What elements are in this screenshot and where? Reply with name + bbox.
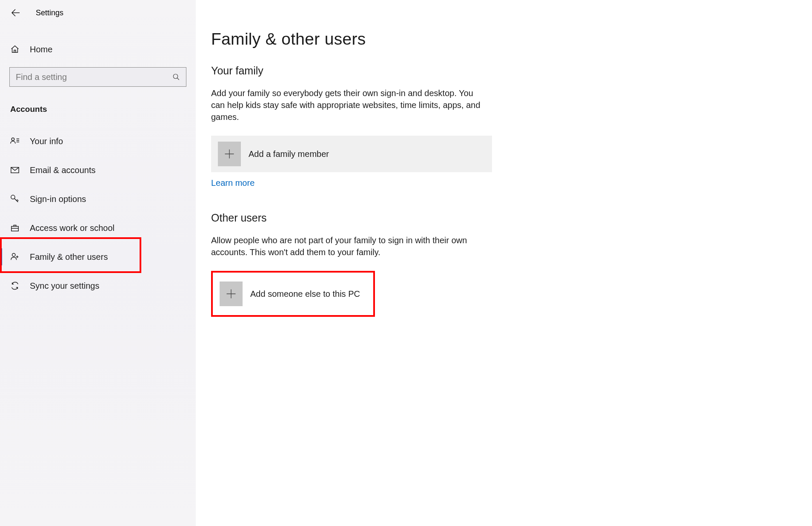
home-icon <box>10 45 20 54</box>
family-description: Add your family so everybody gets their … <box>211 87 483 123</box>
family-heading: Your family <box>211 65 494 77</box>
sidebar-item-label: Sync your settings <box>30 281 99 291</box>
other-users-heading: Other users <box>211 212 494 224</box>
add-someone-else-button[interactable]: Add someone else to this PC <box>211 271 375 317</box>
sidebar-item-label: Email & accounts <box>30 165 96 175</box>
plus-icon <box>218 142 241 166</box>
sidebar-item-your-info[interactable]: Your info <box>0 127 196 156</box>
page-title: Family & other users <box>211 30 494 48</box>
header-row: Settings <box>0 0 196 26</box>
sidebar-item-signin-options[interactable]: Sign-in options <box>0 185 196 213</box>
sidebar-item-label: Your info <box>30 136 63 146</box>
back-arrow-icon[interactable] <box>10 8 20 18</box>
add-family-member-button[interactable]: Add a family member <box>211 136 492 172</box>
sidebar-item-email-accounts[interactable]: Email & accounts <box>0 156 196 185</box>
sidebar-item-label: Family & other users <box>30 252 108 262</box>
add-someone-else-label: Add someone else to this PC <box>250 289 360 299</box>
sidebar-section-title: Accounts <box>10 105 196 114</box>
plus-icon <box>220 281 243 306</box>
sidebar-item-label: Access work or school <box>30 223 114 233</box>
learn-more-link[interactable]: Learn more <box>211 178 254 188</box>
search-box[interactable] <box>9 67 186 87</box>
sidebar-item-sync-settings[interactable]: Sync your settings <box>0 271 196 300</box>
sync-icon <box>10 281 20 290</box>
home-label: Home <box>30 45 52 54</box>
sidebar-item-family-other-users[interactable]: Family & other users <box>0 242 196 271</box>
briefcase-icon <box>10 223 20 233</box>
main-content: Family & other users Your family Add you… <box>196 0 494 526</box>
svg-point-5 <box>12 253 15 256</box>
svg-point-1 <box>11 138 14 140</box>
svg-point-0 <box>173 74 178 79</box>
sidebar-item-label: Sign-in options <box>30 194 86 204</box>
home-nav[interactable]: Home <box>0 39 196 60</box>
search-icon <box>172 73 180 81</box>
search-input[interactable] <box>16 72 172 82</box>
other-users-description: Allow people who are not part of your fa… <box>211 234 483 258</box>
sidebar-item-access-work-school[interactable]: Access work or school <box>0 213 196 242</box>
person-list-icon <box>10 136 20 146</box>
mail-icon <box>10 165 20 175</box>
sidebar: Settings Home Accounts Your info <box>0 0 196 526</box>
add-family-label: Add a family member <box>249 149 329 159</box>
svg-rect-4 <box>11 226 19 231</box>
key-icon <box>10 194 20 204</box>
person-add-icon <box>10 252 20 262</box>
app-title: Settings <box>36 9 63 17</box>
